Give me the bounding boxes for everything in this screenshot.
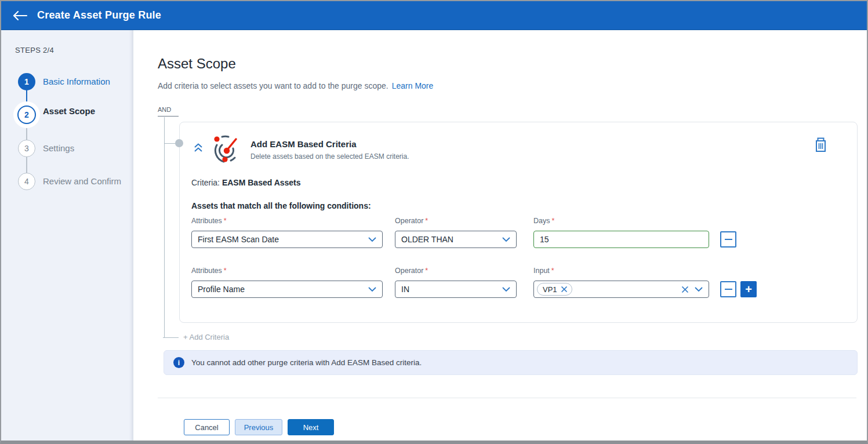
attributes-label: Attributes*	[191, 217, 383, 225]
steps-sidebar: STEPS 2/4 1 Basic Information 2 Asset Sc…	[1, 30, 133, 441]
footer-divider	[158, 398, 856, 398]
logic-operator-label: AND	[158, 106, 179, 117]
back-button[interactable]	[12, 10, 28, 21]
step-number-badge: 3	[18, 140, 35, 157]
value-tag: VP1	[537, 283, 572, 296]
clear-selection-icon[interactable]	[681, 286, 689, 293]
selected-value: Profile Name	[198, 285, 245, 294]
subtitle-text: Add criteria to select assets you want t…	[158, 81, 388, 90]
add-criteria-button[interactable]: + Add Criteria	[183, 333, 229, 341]
operator-select-row2[interactable]: IN	[395, 281, 517, 298]
add-condition-button[interactable]: +	[740, 281, 757, 297]
cancel-button[interactable]: Cancel	[184, 419, 230, 435]
criteria-card-title: Add EASM Based Criteria	[250, 139, 357, 149]
chevrons-up-icon	[193, 143, 204, 153]
sidebar-step-basic-information[interactable]: 1 Basic Information	[1, 73, 133, 93]
previous-button[interactable]: Previous	[235, 419, 282, 435]
required-marker: *	[551, 217, 554, 225]
label-text: Input	[533, 267, 550, 275]
next-button[interactable]: Next	[288, 419, 334, 435]
input-label: Input*	[533, 267, 709, 275]
criteria-value: EASM Based Assets	[222, 178, 301, 187]
info-banner-text: You cannot add other purge criteria with…	[191, 358, 422, 367]
collapse-card-button[interactable]	[193, 143, 204, 155]
remove-tag-icon[interactable]	[561, 286, 568, 293]
criteria-connector-line	[164, 117, 165, 337]
steps-progress-label: STEPS 2/4	[15, 46, 54, 54]
criteria-card-subtitle: Delete assets based on the selected EASM…	[250, 152, 409, 161]
days-input-wrapper	[533, 231, 709, 248]
operator-label: Operator*	[395, 267, 517, 275]
info-icon: i	[173, 357, 184, 368]
input-multiselect[interactable]: VP1	[533, 281, 709, 298]
section-subtitle: Add criteria to select assets you want t…	[158, 81, 433, 90]
chevron-down-icon	[502, 287, 510, 292]
minus-icon	[725, 239, 732, 240]
label-text: Attributes	[191, 267, 222, 275]
section-title: Asset Scope	[158, 56, 236, 72]
easm-radar-icon	[209, 132, 243, 168]
page-title: Create Asset Purge Rule	[37, 9, 161, 21]
required-marker: *	[551, 267, 554, 275]
remove-condition-button-row2[interactable]	[720, 281, 736, 297]
sidebar-step-review-confirm[interactable]: 4 Review and Confirm	[1, 173, 133, 192]
operator-label: Operator*	[395, 217, 517, 225]
label-text: Operator	[395, 217, 423, 225]
operator-select-row1[interactable]: OLDER THAN	[395, 231, 517, 248]
required-marker: *	[224, 217, 227, 225]
minus-icon	[725, 289, 732, 290]
days-input[interactable]	[540, 235, 703, 244]
easm-criteria-card: Add EASM Based Criteria Delete assets ba…	[179, 122, 858, 323]
delete-criteria-button[interactable]	[815, 137, 827, 155]
tag-text: VP1	[543, 285, 557, 294]
required-marker: *	[425, 217, 428, 225]
days-label: Days*	[533, 217, 709, 225]
label-text: Attributes	[191, 217, 222, 225]
required-marker: *	[425, 267, 428, 275]
step-label: Asset Scope	[43, 106, 95, 116]
attributes-select-row2[interactable]: Profile Name	[191, 281, 383, 298]
step-number-badge: 2	[17, 105, 36, 124]
trash-icon	[815, 137, 827, 152]
step-number-badge: 4	[18, 173, 35, 190]
label-text: Days	[533, 217, 550, 225]
criteria-label: Criteria:	[191, 178, 220, 187]
app-window: Create Asset Purge Rule STEPS 2/4 1 Basi…	[0, 0, 868, 444]
plus-icon: +	[745, 283, 752, 295]
conditions-heading: Assets that match all the following cond…	[191, 201, 371, 210]
selected-value: First EASM Scan Date	[198, 235, 279, 244]
chevron-down-icon	[695, 287, 703, 292]
criteria-connector-dot	[175, 139, 183, 147]
label-text: Operator	[395, 267, 423, 275]
step-label: Basic Information	[43, 77, 110, 86]
chevron-down-icon	[368, 237, 376, 242]
chevron-down-icon	[368, 287, 376, 292]
add-criteria-connector-stub	[163, 337, 179, 338]
step-label: Review and Confirm	[43, 176, 121, 186]
criteria-type-line: Criteria: EASM Based Assets	[191, 178, 301, 187]
main-content: Asset Scope Add criteria to select asset…	[133, 30, 867, 441]
required-marker: *	[224, 267, 227, 275]
step-number-badge: 1	[18, 73, 35, 90]
back-arrow-icon	[12, 10, 28, 21]
remove-condition-button-row1[interactable]	[720, 231, 736, 248]
sidebar-step-settings[interactable]: 3 Settings	[1, 140, 133, 159]
step-label: Settings	[43, 143, 74, 153]
learn-more-link[interactable]: Learn More	[392, 81, 434, 90]
info-banner: i You cannot add other purge criteria wi…	[164, 350, 858, 375]
selected-value: OLDER THAN	[401, 235, 453, 244]
sidebar-step-asset-scope[interactable]: 2 Asset Scope	[1, 101, 133, 121]
attributes-label: Attributes*	[191, 267, 383, 275]
chevron-down-icon	[502, 237, 510, 242]
header: Create Asset Purge Rule	[1, 1, 867, 30]
select-controls	[681, 286, 703, 293]
selected-value: IN	[401, 285, 409, 294]
attributes-select-row1[interactable]: First EASM Scan Date	[191, 231, 383, 248]
